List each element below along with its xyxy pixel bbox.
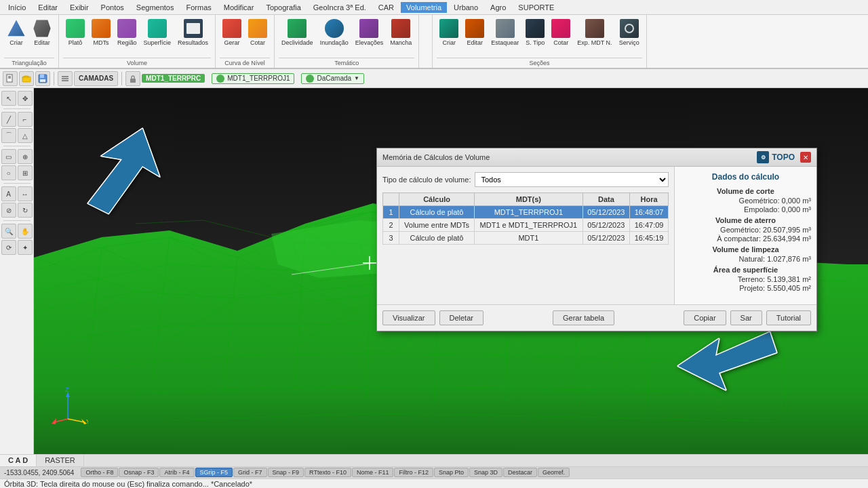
lt-sep-2 (3, 146, 31, 146)
ribbon-btn-exp-mdt[interactable]: Exp. MDT N. (574, 18, 614, 47)
ribbon-btn-editar-tri[interactable]: Editar (30, 18, 54, 47)
tool-zoom[interactable]: 🔍 (1, 224, 16, 239)
visualizar-button[interactable]: Visualizar (382, 310, 435, 325)
tab-raster[interactable]: RASTER (37, 455, 84, 466)
status-key[interactable]: Atrib - F4 (159, 468, 194, 477)
ribbon-btn-stipo[interactable]: S. Tipo (523, 18, 547, 47)
tool-rotate[interactable]: ↻ (18, 203, 33, 218)
mdt-color-dot (216, 75, 224, 83)
tool-pan[interactable]: ✋ (18, 224, 33, 239)
tool-text[interactable]: A (1, 186, 16, 201)
status-key[interactable]: Filtro - F12 (394, 468, 433, 477)
copiar-button[interactable]: Copiar (684, 310, 726, 325)
status-key[interactable]: Grid - F7 (233, 468, 267, 477)
status-key[interactable]: Georref. (538, 468, 570, 477)
menu-exibir[interactable]: Exibir (64, 2, 94, 13)
ribbon-btn-estaquear[interactable]: Estaquear (488, 18, 521, 47)
tutorial-button[interactable]: Tutorial (766, 310, 811, 325)
ribbon-btn-mancha[interactable]: Mancha (387, 18, 414, 47)
ribbon-btn-regiao[interactable]: Região (115, 18, 140, 47)
deletar-button[interactable]: Deletar (439, 310, 484, 325)
menu-urbano[interactable]: Urbano (448, 2, 484, 13)
status-key[interactable]: Osnap - F3 (119, 468, 159, 477)
menu-inicio[interactable]: Início (3, 2, 31, 13)
toolbar-open[interactable] (19, 71, 34, 86)
tool-extra[interactable]: ✦ (18, 240, 33, 255)
ribbon-btn-criar-sec[interactable]: Criar (437, 18, 461, 47)
tool-erase[interactable]: ⊘ (1, 203, 16, 218)
status-key[interactable]: Snap 3D (469, 468, 502, 477)
dialog-close-button[interactable]: ✕ (800, 152, 811, 163)
ribbon-label-triangulacao: Triangulação (4, 58, 54, 66)
ribbon-btn-plato[interactable]: Platô (63, 18, 87, 47)
tool-dim[interactable]: ↔ (18, 186, 33, 201)
menu-volumetria[interactable]: Volumetria (401, 2, 447, 13)
ribbon-btn-elevacoes[interactable]: Elevações (353, 18, 387, 47)
ribbon-btn-mdts[interactable]: MDTs (89, 18, 113, 47)
sar-button[interactable]: Sar (730, 310, 762, 325)
menu-geoincra[interactable]: GeoIncra 3ª Ed. (308, 2, 372, 13)
tool-move[interactable]: ✥ (18, 91, 33, 106)
toolbar-layers-icon[interactable] (58, 71, 73, 86)
toolbar-camadas[interactable]: CAMADAS (74, 71, 118, 86)
tool-triangle[interactable]: △ (18, 128, 33, 143)
geometrico-label-2: Geométrico: (720, 226, 761, 234)
area-title: Área de superfície (680, 266, 811, 274)
menu-segmentos[interactable]: Segmentos (131, 2, 180, 13)
dados-title: Dados do cálculo (680, 172, 811, 182)
status-key[interactable]: Snap - F9 (268, 468, 304, 477)
menu-car[interactable]: CAR (373, 2, 399, 13)
menu-editar[interactable]: Editar (33, 2, 63, 13)
status-key[interactable]: RTtexto - F10 (304, 468, 351, 477)
tool-snap[interactable]: ⊕ (18, 149, 33, 164)
menu-formas[interactable]: Formas (180, 2, 216, 13)
tool-orbit[interactable]: ⟳ (1, 240, 16, 255)
ribbon-btn-criar-tri[interactable]: Criar (4, 18, 28, 47)
dialog-buttons: Visualizar Deletar Gerar tabela Copiar S… (377, 304, 816, 331)
status-key[interactable]: Destacar (503, 468, 537, 477)
toolbar-save[interactable] (35, 71, 50, 86)
ribbon-btn-cotar[interactable]: Cotar (245, 18, 270, 47)
tool-hatch[interactable]: ⊞ (18, 165, 33, 180)
tool-circle[interactable]: ○ (1, 165, 16, 180)
menu-suporte[interactable]: SUPORTE (513, 2, 559, 13)
status-key[interactable]: Nome - F11 (352, 468, 394, 477)
table-row[interactable]: 1 Cálculo de platô MDT1_TERRPROJ1 05/12/… (383, 206, 669, 219)
ribbon-section-perfil (419, 15, 433, 68)
tab-cad[interactable]: C A D (0, 455, 37, 466)
table-row[interactable]: 2 Volume entre MDTs MDT1 e MDT1_TERRPROJ… (383, 219, 669, 232)
status-key[interactable]: Snap Pto (434, 468, 469, 477)
menu-pontos[interactable]: Pontos (96, 2, 130, 13)
tool-rect[interactable]: ▭ (1, 149, 16, 164)
status-key[interactable]: SGrip - F5 (195, 468, 233, 477)
calc-type-select[interactable]: Todos (475, 172, 669, 187)
ribbon-btn-cotar-sec[interactable]: Cotar (549, 18, 573, 47)
toolbar-lock[interactable] (125, 71, 140, 86)
toolbar-new[interactable] (3, 71, 18, 86)
compactor-label: À compactar: (717, 235, 761, 243)
tool-select[interactable]: ↖ (1, 91, 16, 106)
ribbon-btn-declividade[interactable]: Declividade (279, 18, 316, 47)
ribbon: Criar Editar Triangulação Platô MDTs Reg… (0, 15, 868, 69)
status-key[interactable]: Ortho - F8 (81, 468, 118, 477)
tool-line[interactable]: ╱ (1, 112, 16, 127)
menu-modificar[interactable]: Modificar (218, 2, 260, 13)
ribbon-btn-resultados[interactable]: Resultados (175, 18, 211, 47)
ribbon-btn-editar-sec[interactable]: Editar (462, 18, 487, 47)
ribbon-btn-servico[interactable]: Serviço (616, 18, 642, 47)
toolbar-mdt-full[interactable]: MDT1_TERRPROJ1 (212, 73, 294, 84)
ribbon-btn-inundacao[interactable]: Inundação (317, 18, 351, 47)
dialog-title-bar[interactable]: Memória de Cálculos de Volume ⚙ TOPO ✕ (377, 148, 816, 167)
tool-polyline[interactable]: ⌐ (18, 112, 33, 127)
tool-arc[interactable]: ⌒ (1, 128, 16, 143)
toolbar-da-camada[interactable]: DaCamada ▼ (301, 73, 364, 84)
terreno-label: Terreno: (738, 275, 765, 283)
table-row[interactable]: 3 Cálculo de platô MDT1 05/12/2023 16:45… (383, 232, 669, 245)
toolbar-mdt-prefix[interactable]: MDT1_TERRPRC (142, 74, 205, 83)
menu-topografia[interactable]: Topografia (260, 2, 306, 13)
ribbon-btn-superficie[interactable]: Superfície (141, 18, 174, 47)
gerar-tabela-button[interactable]: Gerar tabela (553, 310, 614, 325)
calculations-table: Cálculo MDT(s) Data Hora 1 Cálculo de pl… (382, 192, 669, 245)
ribbon-btn-gerar[interactable]: Gerar (220, 18, 244, 47)
menu-agro[interactable]: Agro (485, 2, 511, 13)
